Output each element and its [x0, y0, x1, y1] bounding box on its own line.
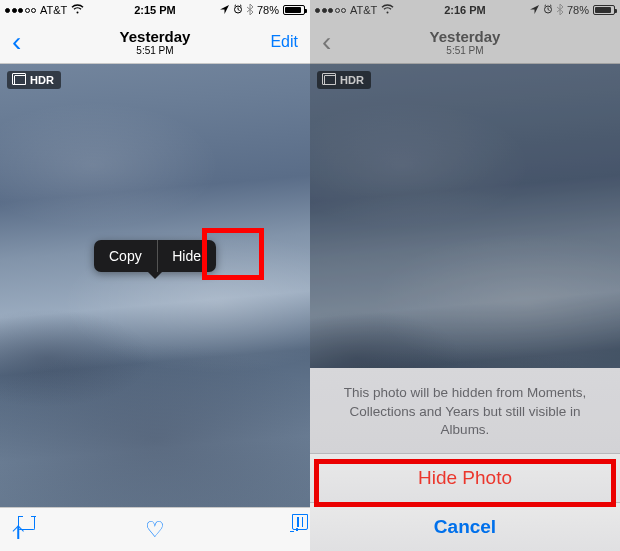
battery-icon: [283, 5, 305, 15]
battery-percentage: 78%: [567, 4, 589, 16]
wifi-icon: [381, 4, 394, 16]
signal-strength-icon: [315, 8, 346, 13]
back-button: ‹: [318, 28, 335, 56]
hide-photo-button[interactable]: Hide Photo: [310, 454, 620, 503]
nav-bar: ‹ Yesterday 5:51 PM Edit: [0, 20, 310, 64]
battery-icon: [593, 5, 615, 15]
hdr-stack-icon: [14, 75, 26, 85]
nav-bar: ‹ Yesterday 5:51 PM: [310, 20, 620, 64]
alarm-icon: [543, 4, 553, 16]
action-sheet: This photo will be hidden from Moments, …: [310, 368, 620, 551]
carrier-label: AT&T: [350, 4, 377, 16]
menu-copy[interactable]: Copy: [94, 240, 157, 272]
action-sheet-message: This photo will be hidden from Moments, …: [310, 368, 620, 454]
nav-subtitle: 5:51 PM: [430, 45, 501, 56]
location-icon: [220, 4, 229, 16]
location-icon: [530, 4, 539, 16]
battery-percentage: 78%: [257, 4, 279, 16]
screenshot-right: AT&T 2:16 PM 78% ‹ Yesterday 5:5: [310, 0, 620, 551]
alarm-icon: [233, 4, 243, 16]
edit-button[interactable]: Edit: [266, 33, 302, 51]
statusbar-time: 2:16 PM: [444, 4, 486, 16]
nav-title: Yesterday: [430, 28, 501, 45]
context-menu: Copy Hide: [94, 240, 216, 272]
status-bar: AT&T 2:16 PM 78%: [310, 0, 620, 20]
hdr-label: HDR: [30, 74, 54, 86]
carrier-label: AT&T: [40, 4, 67, 16]
favorite-button[interactable]: ♡: [145, 517, 165, 543]
nav-subtitle: 5:51 PM: [120, 45, 191, 56]
screenshot-left: AT&T 2:15 PM 78% ‹ Yesterday 5:5: [0, 0, 310, 551]
status-bar: AT&T 2:15 PM 78%: [0, 0, 310, 20]
statusbar-time: 2:15 PM: [134, 4, 176, 16]
hdr-badge: HDR: [7, 71, 61, 89]
back-button[interactable]: ‹: [8, 28, 25, 56]
signal-strength-icon: [5, 8, 36, 13]
cancel-button[interactable]: Cancel: [310, 503, 620, 551]
bluetooth-icon: [557, 4, 563, 17]
wifi-icon: [71, 4, 84, 16]
menu-hide[interactable]: Hide: [157, 240, 216, 272]
toolbar: ♡: [0, 507, 310, 551]
nav-title: Yesterday: [120, 28, 191, 45]
bluetooth-icon: [247, 4, 253, 17]
